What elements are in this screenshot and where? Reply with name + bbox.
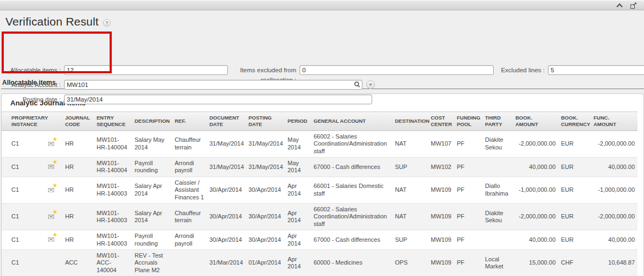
collapse-chevron-up-icon[interactable] (616, 3, 622, 9)
page-title: Verification Result (5, 15, 99, 28)
cell-fp: PF (454, 130, 482, 157)
cell-fa: 10,648.87 (591, 250, 637, 276)
column-header-bc[interactable]: BOOK. CURRENCY (558, 112, 591, 131)
cell-dest: NAT (392, 204, 428, 230)
column-header-dest[interactable]: DESTINATION (392, 112, 428, 131)
cell-bc: EUR (558, 177, 591, 203)
cell-dest: NAT (392, 177, 428, 203)
column-header-seq[interactable]: ENTRY SEQUENCE (94, 112, 132, 131)
cell-bc: CHF (558, 250, 591, 276)
column-header-pi[interactable]: PROPRIETARY INSTANCE (2, 112, 40, 131)
table-row[interactable]: C1ACCMW101-ACC-140004REV - Test Accruals… (2, 250, 637, 276)
cell-ba: -1,000,000.00 (513, 177, 558, 203)
column-header-desc[interactable]: DESCRIPTION (132, 112, 172, 131)
allocatable-items-input[interactable] (64, 65, 228, 75)
attachment-cell: ✉★ (40, 230, 62, 250)
cell-bc: EUR (558, 204, 591, 230)
column-header-cc[interactable]: COST CENTER (428, 112, 454, 131)
cell-pi: C1 (2, 157, 40, 177)
posting-date-input[interactable] (64, 95, 372, 104)
column-header-tp[interactable]: THIRD PARTY (482, 112, 513, 131)
attachment-cell: ✉★ (40, 157, 62, 177)
analytic-account-input[interactable] (64, 80, 362, 90)
cell-ga: 60000 - Medicines (311, 250, 392, 276)
column-header-doc[interactable]: DOCUMENT DATE (207, 112, 246, 131)
cell-period: May 2014 (285, 130, 311, 157)
cell-fa: -2,000,000.00 (591, 130, 637, 157)
column-header-ref[interactable]: REF. (172, 112, 207, 131)
cell-desc: Payroll rounding (132, 230, 172, 250)
cell-fp: PF (454, 250, 482, 276)
cell-doc: 31/May/2014 (207, 157, 246, 177)
cell-bc: EUR (558, 230, 591, 250)
column-header-period[interactable]: PERIOD (285, 112, 311, 131)
cell-ref: Arrondi payroll (172, 230, 207, 250)
star-badge-icon: ★ (53, 137, 57, 142)
cell-ga: 67000 - Cash differences (311, 230, 392, 250)
column-header-fa[interactable]: FUNC. AMOUNT (591, 112, 637, 131)
popout-icon[interactable]: ↗ (630, 3, 636, 9)
cell-cc: MW109 (428, 250, 454, 276)
excluded-lines-input[interactable] (548, 65, 644, 75)
cell-desc: Salary May 2014 (132, 130, 172, 157)
verification-form: Allocatable items : Items excluded from … (0, 32, 644, 75)
cell-fp: PF (454, 177, 482, 203)
analytic-journal-items-table: PROPRIETARY INSTANCEJOURNAL CODEENTRY SE… (2, 111, 637, 276)
cell-tp: Local Market (482, 250, 513, 276)
column-header-jc[interactable]: JOURNAL CODE (62, 112, 94, 131)
column-header-fp[interactable]: FUNDING POOL (454, 112, 482, 131)
cell-seq: MW101-ACC-140004 (94, 250, 132, 276)
cell-desc: Salary Apr 2014 (132, 177, 172, 203)
envelope-star-icon[interactable]: ✉★ (48, 212, 55, 221)
analytic-account-label: Analytic Account : (4, 80, 61, 90)
cell-pi: C1 (2, 177, 40, 203)
table-row[interactable]: C1✉★HRMW101-HR-140004Salary May 2014Chau… (2, 130, 637, 157)
cell-fa: -2,000,000.00 (591, 204, 637, 230)
cell-ga: 67000 - Cash differences (311, 157, 392, 177)
envelope-star-icon[interactable]: ✉★ (48, 162, 55, 171)
cell-ga: 66002 - Salaries Coordination/Administra… (311, 130, 392, 157)
envelope-star-icon[interactable]: ✉★ (48, 140, 55, 148)
table-row[interactable]: C1✉★HRMW101-HR-140004Payroll roundingArr… (2, 157, 637, 177)
excluded-lines-label: Excluded lines : (497, 65, 545, 75)
cell-jc: HR (62, 177, 94, 203)
table-row[interactable]: C1✉★HRMW101-HR-140003Salary Apr 2014Cais… (2, 177, 637, 203)
cell-ba: -2,000,000.00 (513, 204, 558, 230)
column-header-ba[interactable]: BOOK. AMOUNT (513, 112, 558, 131)
cell-cc: MW107 (428, 130, 454, 157)
analytic-journal-items-panel: Analytic Journal Items PROPRIETARY INSTA… (1, 93, 644, 276)
cell-dest: NAT (392, 130, 428, 157)
cell-post: 30/Apr/2014 (246, 177, 285, 203)
cell-dest: SUP (392, 230, 428, 250)
column-header-ga[interactable]: GENERAL ACCOUNT (311, 112, 392, 131)
attachment-cell: ✉★ (40, 130, 62, 157)
cell-fa: -1,000,000.00 (591, 177, 637, 203)
cell-ga: 66002 - Salaries Coordination/Administra… (311, 204, 392, 230)
items-excluded-input[interactable] (299, 65, 494, 75)
cell-doc: 30/Apr/2014 (207, 204, 246, 230)
help-icon[interactable]: ? (103, 19, 111, 27)
cell-tp: Diakite Sekou (482, 130, 513, 157)
star-badge-icon: ★ (53, 183, 57, 188)
column-header-post[interactable]: POSTING DATE (246, 112, 285, 131)
cell-desc: Payroll rounding (132, 157, 172, 177)
cell-doc: 31/May/2014 (207, 130, 246, 157)
cell-doc: 31/Mar/2014 (207, 250, 246, 276)
table-row[interactable]: C1✉★HRMW101-HR-140003Salary Apr 2014Chau… (2, 204, 637, 230)
attachment-cell (40, 250, 62, 276)
star-badge-icon: ★ (53, 233, 57, 237)
cell-desc: Salary Apr 2014 (132, 204, 172, 230)
table-header-row: PROPRIETARY INSTANCEJOURNAL CODEENTRY SE… (2, 112, 637, 131)
allocatable-items-label: Allocatable items : (4, 65, 61, 75)
cell-jc: ACC (62, 250, 94, 276)
cell-ba: 15,000.00 (513, 250, 558, 276)
envelope-star-icon[interactable]: ✉★ (48, 235, 55, 243)
cell-pi: C1 (2, 230, 40, 250)
cell-post: 31/May/2014 (246, 130, 285, 157)
search-icon[interactable] (354, 81, 359, 86)
analytic-account-dropdown-button[interactable] (366, 80, 375, 89)
cell-ref (172, 250, 207, 276)
table-row[interactable]: C1✉★HRMW101-HR-140003Payroll roundingArr… (2, 230, 637, 250)
cell-ref: Caissier / Assistant Finances 1 (172, 177, 207, 203)
envelope-star-icon[interactable]: ✉★ (48, 186, 55, 194)
